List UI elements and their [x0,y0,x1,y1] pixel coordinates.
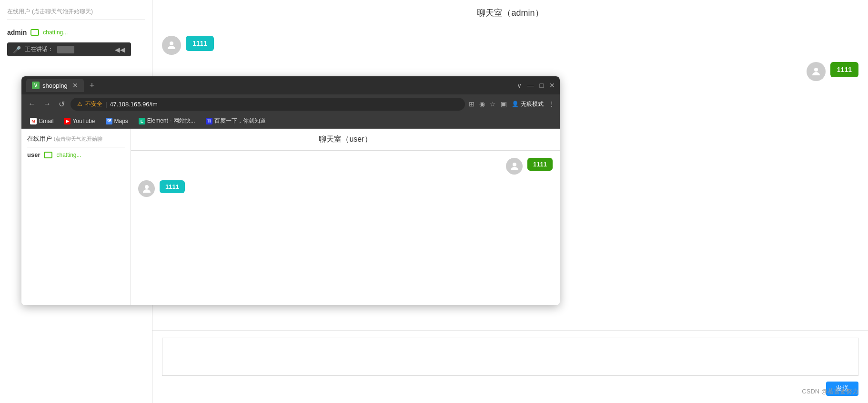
admin-chat-input-area: 发送 [152,330,868,403]
back-button[interactable]: ← [26,98,38,110]
user-message-right: 1111 [138,158,553,175]
youtube-favicon: ▶ [64,118,71,124]
bookmark-gmail[interactable]: M Gmail [26,116,57,126]
csdn-watermark: CSDN @慕言要努力 [802,387,858,396]
tab-close-button[interactable]: ✕ [72,82,78,89]
gmail-label: Gmail [39,118,53,124]
message-bubble-green: 1111 [830,62,858,77]
user-online-label: 在线用户 [27,135,52,142]
bookmark-icon[interactable]: ☆ [490,100,496,108]
maximize-button[interactable]: □ [540,82,544,89]
admin-chat-textarea[interactable] [162,338,858,376]
svg-point-3 [145,185,149,189]
incognito-icon: 👤 [512,101,519,107]
user-avatar-right [506,158,523,175]
baidu-favicon: 百 [206,118,212,124]
svg-point-0 [170,41,173,45]
speaking-bar: 🎤 正在讲话： ◀◀ [7,42,131,56]
avatar-right [807,62,826,81]
security-warning-icon: ⚠ [77,101,82,107]
admin-user-item: admin chatting... [7,25,145,40]
url-bar[interactable]: ⚠ 不安全 | 47.108.165.96/im [71,98,465,111]
incognito-button[interactable]: 👤 无痕模式 [512,100,544,108]
browser-toolbar: ← → ↺ ⚠ 不安全 | 47.108.165.96/im ⊞ ◉ ☆ ▣ 👤… [21,94,560,114]
maps-label: Maps [114,118,128,124]
bookmark-youtube[interactable]: ▶ YouTube [60,116,99,126]
element-label: Element - 网站快... [147,117,195,125]
message-bubble-cyan: 1111 [186,36,214,51]
user-chat-messages: 1111 11 [131,151,560,305]
message-row-left: 1111 [162,36,858,55]
avatar-left [162,36,181,55]
chat-bubble-icon[interactable] [30,29,39,36]
user-chat-sidebar: 在线用户 (点击聊天气泡开始聊 user chatting... [21,129,131,305]
close-button[interactable]: ✕ [549,82,555,89]
online-users-label: 在线用户 [7,8,30,15]
forward-button[interactable]: → [41,98,53,110]
wave-icon: ◀◀ [115,46,125,53]
bookmark-baidu[interactable]: 百 百度一下，你就知道 [202,115,270,126]
user-chat-header: 聊天室（user） [131,129,560,151]
bookmark-element[interactable]: E Element - 网站快... [135,115,199,126]
browser-content: 在线用户 (点击聊天气泡开始聊 user chatting... 聊天室（use… [21,129,560,305]
baidu-label: 百度一下，你就知道 [214,117,266,125]
gmail-favicon: M [30,118,37,124]
user-message-bubble-green: 1111 [527,158,553,171]
camera-icon[interactable]: ◉ [479,100,485,108]
browser-tab[interactable]: V shopping ✕ [26,79,84,92]
mic-icon: 🎤 [13,46,21,53]
admin-username: admin [7,29,27,36]
incognito-label: 无痕模式 [521,100,544,108]
user-message-bubble-cyan: 1111 [160,180,185,193]
split-view-icon[interactable]: ▣ [501,100,507,108]
admin-chatting-status: chatting... [43,29,68,36]
svg-point-2 [513,163,516,166]
browser-window: V shopping ✕ + ∨ — □ ✕ ← → ↺ ⚠ 不安全 | 47.… [21,76,560,305]
translate-icon[interactable]: ⊞ [469,100,474,108]
url-text: 47.108.165.96/im [110,101,157,108]
user-username: user [27,151,40,158]
user-avatar-left [138,180,155,197]
admin-sidebar-title: 在线用户 (点击聊天气泡开始聊天) [7,7,145,20]
new-tab-button[interactable]: + [90,81,95,91]
online-users-hint: (点击聊天气泡开始聊天) [32,8,93,15]
user-chat-bubble-icon[interactable] [44,152,52,158]
user-item: user chatting... [27,147,125,162]
tab-controls: ∨ — □ ✕ [517,82,555,89]
tab-favicon: V [32,82,40,89]
bookmark-maps[interactable]: 🗺 Maps [102,116,132,126]
speaking-label: 正在讲话： [25,45,53,53]
tab-title: shopping [42,82,68,89]
browser-actions: ⊞ ◉ ☆ ▣ 👤 无痕模式 ⋮ [469,100,555,108]
refresh-button[interactable]: ↺ [57,98,67,111]
user-sidebar-hint: (点击聊天气泡开始聊 [54,136,103,142]
url-separator: | [105,101,107,108]
user-message-left: 1111 [138,180,553,197]
speaking-name [57,46,74,53]
element-favicon: E [139,118,145,124]
user-chat-main: 聊天室（user） 1111 [131,129,560,305]
bookmarks-bar: M Gmail ▶ YouTube 🗺 Maps E Element - 网站快… [21,114,560,129]
url-security-label: 不安全 [85,100,102,108]
user-sidebar-title: 在线用户 (点击聊天气泡开始聊 [27,134,125,147]
youtube-label: YouTube [72,118,95,124]
maps-favicon: 🗺 [106,118,112,124]
menu-button[interactable]: ⋮ [548,100,555,108]
chevron-down-icon[interactable]: ∨ [517,82,522,89]
browser-titlebar: V shopping ✕ + ∨ — □ ✕ [21,76,560,94]
admin-chat-header: 聊天室（admin） [152,0,868,26]
user-chatting-status: chatting... [56,152,81,158]
svg-point-1 [814,68,818,72]
minimize-button[interactable]: — [527,82,534,89]
